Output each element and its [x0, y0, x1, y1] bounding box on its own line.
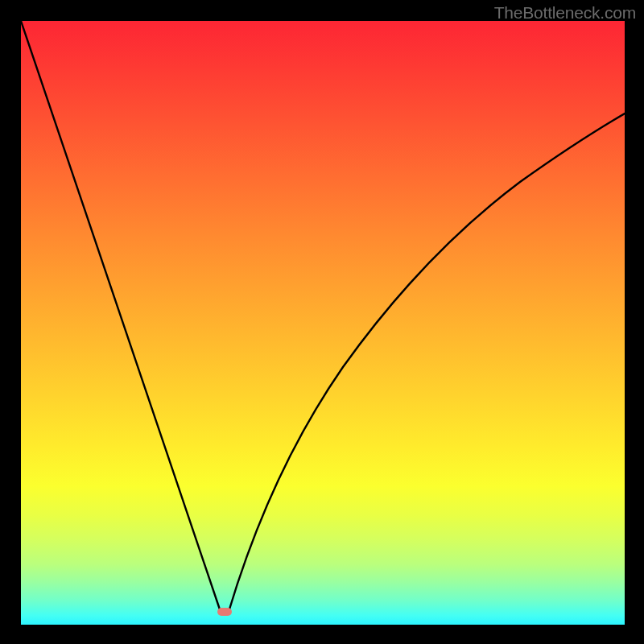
gradient-bg: [21, 21, 625, 625]
plot-frame: [21, 21, 625, 625]
watermark-text: TheBottleneck.com: [494, 3, 636, 23]
min-marker: [217, 608, 232, 616]
